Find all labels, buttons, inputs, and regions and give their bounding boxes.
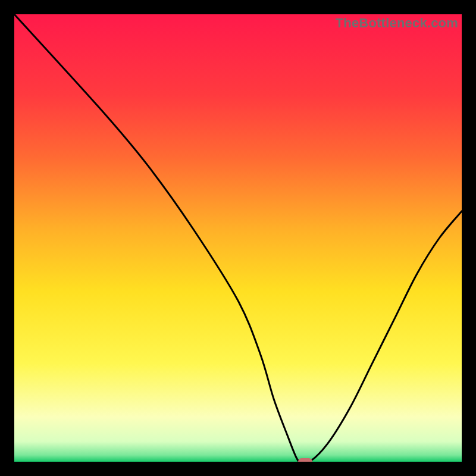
chart-stage: TheBottleneck.com (0, 0, 476, 476)
optimal-marker (298, 458, 312, 462)
bottleneck-curve (14, 14, 462, 462)
plot-area: TheBottleneck.com (14, 14, 462, 462)
watermark-label: TheBottleneck.com (336, 15, 458, 31)
